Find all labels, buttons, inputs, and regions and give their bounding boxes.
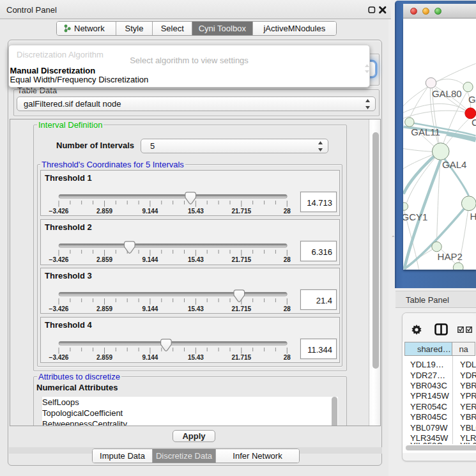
svg-text:C: C	[472, 117, 476, 128]
svg-text:GA: GA	[468, 94, 476, 105]
svg-text:GAL11: GAL11	[411, 127, 440, 137]
svg-text:GCY1: GCY1	[403, 211, 427, 222]
svg-text:HAP2: HAP2	[438, 251, 463, 262]
svg-text:H: H	[470, 211, 476, 222]
svg-text:GAL4: GAL4	[442, 159, 466, 170]
svg-text:GAL80: GAL80	[432, 88, 462, 99]
